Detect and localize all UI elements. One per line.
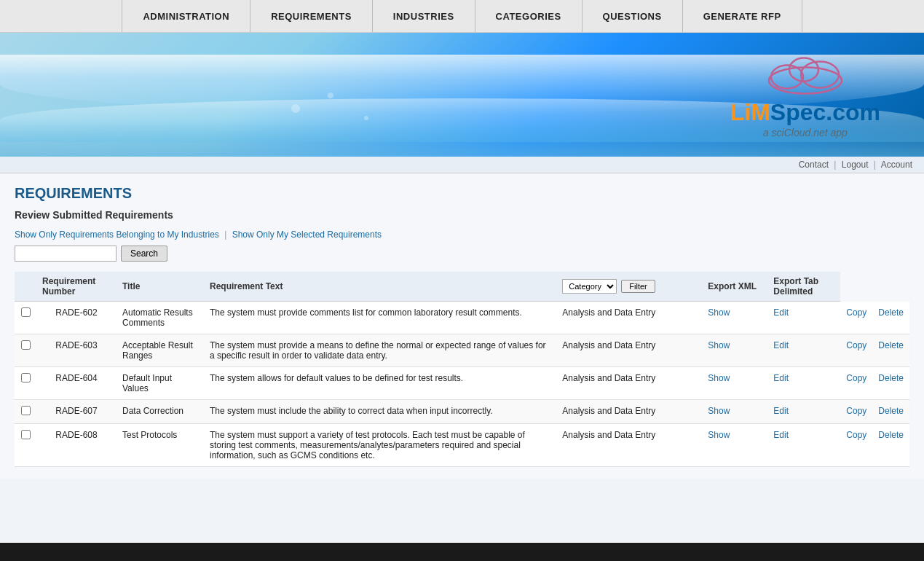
- banner: LiMSpec.com a sciCloud.net app: [0, 33, 924, 157]
- copy-action-cell: Copy: [840, 400, 872, 424]
- show-link[interactable]: Show: [708, 430, 730, 440]
- row-checkbox-cell: [15, 367, 36, 400]
- title-cell: Data Correction: [117, 400, 204, 424]
- delete-action-cell: Delete: [872, 302, 909, 334]
- row-checkbox-cell: [15, 302, 36, 334]
- edit-action-cell: Edit: [767, 367, 840, 400]
- requirements-table-body: RADE-602 Automatic Results Comments The …: [15, 302, 909, 467]
- th-title: Title: [117, 272, 204, 302]
- my-selected-filter-link[interactable]: Show Only My Selected Requirements: [232, 230, 382, 240]
- copy-link[interactable]: Copy: [846, 430, 866, 440]
- search-button[interactable]: Search: [121, 246, 167, 262]
- delete-link[interactable]: Delete: [878, 373, 904, 383]
- row-checkbox-cell: [15, 334, 36, 367]
- th-export-xml[interactable]: Export XML: [702, 272, 767, 302]
- delete-action-cell: Delete: [872, 400, 909, 424]
- content-wrapper: Contact | Logout | Account REQUIREMENTS …: [0, 157, 924, 543]
- show-link[interactable]: Show: [708, 373, 730, 383]
- copy-action-cell: Copy: [840, 302, 872, 334]
- table-row: RADE-604 Default Input Values The system…: [15, 367, 909, 400]
- delete-link[interactable]: Delete: [878, 406, 904, 416]
- delete-action-cell: Delete: [872, 334, 909, 367]
- nav-item-categories[interactable]: CATEGORIES: [475, 0, 583, 32]
- copy-link[interactable]: Copy: [846, 307, 866, 318]
- nav-item-requirements[interactable]: REQUIREMENTS: [250, 0, 373, 32]
- delete-action-cell: Delete: [872, 367, 909, 400]
- table-row: RADE-603 Acceptable Result Ranges The sy…: [15, 334, 909, 367]
- title-cell: Default Input Values: [117, 367, 204, 400]
- category-cell: Analysis and Data Entry: [556, 334, 702, 367]
- edit-link[interactable]: Edit: [773, 406, 789, 416]
- th-req-number: Requirement Number: [36, 272, 117, 302]
- logout-link[interactable]: Logout: [842, 160, 869, 170]
- page-title: REQUIREMENTS: [15, 185, 909, 202]
- utility-bar: Contact | Logout | Account: [0, 157, 924, 173]
- req-number-cell: RADE-607: [36, 400, 117, 424]
- th-checkbox: [15, 272, 36, 302]
- title-cell: Automatic Results Comments: [117, 302, 204, 334]
- th-req-text: Requirement Text: [204, 272, 556, 302]
- logo-sub: a sciCloud.net app: [730, 127, 880, 138]
- copy-action-cell: Copy: [840, 334, 872, 367]
- search-input[interactable]: [15, 246, 117, 262]
- delete-link[interactable]: Delete: [878, 307, 904, 318]
- edit-link[interactable]: Edit: [773, 430, 789, 440]
- my-industries-filter-link[interactable]: Show Only Requirements Belonging to My I…: [15, 230, 219, 240]
- copy-link[interactable]: Copy: [846, 373, 866, 383]
- nav-item-industries[interactable]: INDUSTRIES: [373, 0, 475, 32]
- edit-link[interactable]: Edit: [773, 373, 789, 383]
- row-checkbox[interactable]: [21, 373, 31, 382]
- search-row: Search: [15, 246, 909, 262]
- show-action-cell: Show: [702, 334, 767, 367]
- show-link[interactable]: Show: [708, 340, 730, 350]
- show-link[interactable]: Show: [708, 307, 730, 318]
- row-checkbox-cell: [15, 400, 36, 424]
- copy-link[interactable]: Copy: [846, 340, 866, 350]
- nav-item-generate-rfp[interactable]: GENERATE RFP: [683, 0, 802, 32]
- contact-link[interactable]: Contact: [799, 160, 829, 170]
- delete-link[interactable]: Delete: [878, 340, 904, 350]
- req-number-cell: RADE-604: [36, 367, 117, 400]
- nav-item-questions[interactable]: QUESTIONS: [583, 0, 683, 32]
- table-row: RADE-607 Data Correction The system must…: [15, 400, 909, 424]
- page-subtitle: Review Submitted Requirements: [15, 209, 909, 221]
- category-select[interactable]: Category: [562, 279, 617, 294]
- delete-link[interactable]: Delete: [878, 430, 904, 440]
- row-checkbox[interactable]: [21, 406, 31, 415]
- sep1: |: [834, 160, 836, 170]
- req-text-cell: The system must provide comments list fo…: [204, 302, 556, 334]
- sep2: |: [874, 160, 876, 170]
- table-row: RADE-608 Test Protocols The system must …: [15, 424, 909, 467]
- svg-point-2: [801, 62, 839, 88]
- edit-action-cell: Edit: [767, 302, 840, 334]
- edit-link[interactable]: Edit: [773, 307, 789, 318]
- row-checkbox[interactable]: [21, 340, 31, 350]
- filter-links: Show Only Requirements Belonging to My I…: [15, 230, 909, 240]
- category-cell: Analysis and Data Entry: [556, 302, 702, 334]
- th-export-tab[interactable]: Export Tab Delimited: [767, 272, 840, 302]
- main-content: REQUIREMENTS Review Submitted Requiremen…: [0, 173, 924, 479]
- show-action-cell: Show: [702, 424, 767, 467]
- top-navigation: ADMINISTRATIONREQUIREMENTSINDUSTRIESCATE…: [0, 0, 924, 33]
- account-link[interactable]: Account: [881, 160, 912, 170]
- row-checkbox[interactable]: [21, 307, 31, 317]
- logo-area: LiMSpec.com a sciCloud.net app: [730, 52, 880, 138]
- row-checkbox-cell: [15, 424, 36, 467]
- category-cell: Analysis and Data Entry: [556, 424, 702, 467]
- logo-spec: Spec.com: [770, 99, 880, 125]
- show-action-cell: Show: [702, 400, 767, 424]
- nav-item-admin[interactable]: ADMINISTRATION: [122, 0, 250, 32]
- filter-button[interactable]: Filter: [621, 280, 655, 293]
- row-checkbox[interactable]: [21, 430, 31, 439]
- show-action-cell: Show: [702, 302, 767, 334]
- copy-link[interactable]: Copy: [846, 406, 866, 416]
- edit-link[interactable]: Edit: [773, 340, 789, 350]
- show-link[interactable]: Show: [708, 406, 730, 416]
- table-header-row: Requirement Number Title Requirement Tex…: [15, 272, 909, 302]
- logo-text: LiMSpec.com: [730, 101, 880, 124]
- req-number-cell: RADE-608: [36, 424, 117, 467]
- table-row: RADE-602 Automatic Results Comments The …: [15, 302, 909, 334]
- export-tab-line1: Export Tab: [773, 276, 818, 286]
- req-text-cell: The system must include the ability to c…: [204, 400, 556, 424]
- title-cell: Test Protocols: [117, 424, 204, 467]
